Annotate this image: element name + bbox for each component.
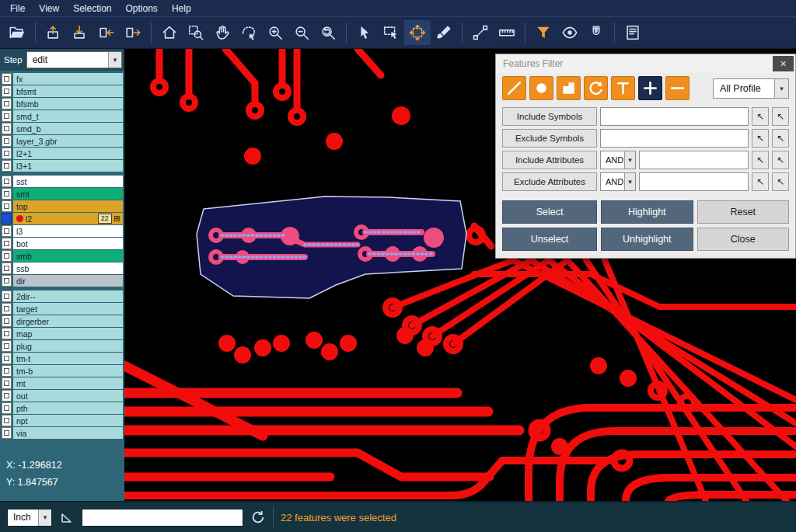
angle-icon[interactable]: [59, 509, 75, 525]
layer-row-map[interactable]: map: [2, 328, 123, 339]
layer-checkbox[interactable]: [2, 110, 12, 122]
layer-checkbox[interactable]: [2, 73, 12, 85]
exclude-symbols-button[interactable]: Exclude Symbols: [502, 129, 597, 148]
layer-row-layer_3.gbr[interactable]: layer_3.gbr: [2, 135, 123, 147]
layer-row-bfsmb[interactable]: bfsmb: [2, 98, 123, 110]
reset-button[interactable]: Reset: [697, 200, 790, 224]
and-or-select[interactable]: AND▾: [600, 172, 636, 191]
zoom-in-icon[interactable]: [262, 20, 288, 45]
layer-row-out[interactable]: out: [2, 390, 123, 402]
layer-checkbox[interactable]: [2, 377, 12, 389]
include-symbols-button[interactable]: Include Symbols: [502, 107, 597, 126]
command-input[interactable]: [82, 509, 243, 527]
import-down-icon[interactable]: [67, 20, 93, 45]
menu-file[interactable]: File: [3, 2, 32, 16]
layer-row-l3+1[interactable]: l3+1: [2, 160, 123, 172]
layer-checkbox[interactable]: [2, 263, 12, 274]
layer-row-l3[interactable]: l3: [2, 225, 123, 237]
layer-row-smd_b[interactable]: smd_b: [2, 123, 123, 134]
layer-checkbox[interactable]: [2, 160, 12, 172]
layer-checkbox[interactable]: [2, 402, 12, 414]
pick-icon[interactable]: ↖: [752, 172, 769, 191]
filter-icon[interactable]: [530, 20, 557, 45]
highlight-button[interactable]: Highlight: [601, 200, 693, 224]
layer-checkbox[interactable]: [2, 340, 12, 352]
snap-icon[interactable]: [583, 20, 609, 45]
exclude-attributes-input[interactable]: [639, 172, 749, 191]
pan-icon[interactable]: [209, 20, 236, 45]
measure-line-icon[interactable]: [467, 20, 494, 45]
menu-help[interactable]: Help: [165, 2, 198, 16]
zoom-area-icon[interactable]: [183, 20, 209, 45]
layer-row-smb[interactable]: smb: [2, 250, 123, 262]
exclude-symbols-input[interactable]: [600, 129, 749, 148]
layer-row-l2+1[interactable]: l2+1: [2, 148, 123, 159]
cursor-icon[interactable]: [351, 20, 378, 45]
layer-row-via[interactable]: via: [2, 427, 123, 439]
layer-row-top[interactable]: top: [2, 200, 123, 212]
text-tool-button[interactable]: [611, 76, 635, 100]
layer-checkbox[interactable]: [2, 213, 12, 224]
layer-row-2dir--[interactable]: 2dir--: [2, 290, 123, 302]
include-attributes-button[interactable]: Include Attributes: [502, 151, 597, 169]
refresh-icon[interactable]: [250, 509, 266, 525]
layer-row-dirgerber[interactable]: dirgerber: [2, 315, 123, 327]
pick-add-icon[interactable]: ↖: [772, 129, 789, 148]
layer-checkbox[interactable]: [2, 200, 12, 212]
layer-checkbox[interactable]: [2, 148, 12, 159]
surface-tool-button[interactable]: [557, 76, 581, 100]
layer-row-bfsmt[interactable]: bfsmt: [2, 85, 123, 97]
unselect-button[interactable]: Unselect: [502, 228, 597, 251]
eye-icon[interactable]: [557, 20, 583, 45]
layer-row-bot[interactable]: bot: [2, 238, 123, 249]
chevron-down-icon[interactable]: ▾: [108, 52, 121, 68]
remove-mode-button[interactable]: [665, 76, 690, 100]
pick-add-icon[interactable]: ↖: [772, 151, 789, 169]
layer-checkbox[interactable]: [2, 250, 12, 262]
layer-checkbox[interactable]: [2, 315, 12, 327]
layer-checkbox[interactable]: [2, 135, 12, 147]
close-icon[interactable]: ✕: [773, 56, 794, 71]
layer-row-tm-t[interactable]: tm-t: [2, 353, 123, 364]
layer-row-target[interactable]: target: [2, 303, 123, 315]
exclude-attributes-button[interactable]: Exclude Attributes: [502, 172, 597, 191]
zoom-out-icon[interactable]: [288, 20, 315, 45]
transform-icon[interactable]: [404, 20, 431, 45]
pad-tool-button[interactable]: [529, 76, 553, 100]
ruler-icon[interactable]: [494, 20, 520, 45]
profile-select[interactable]: All Profile ▾: [713, 78, 789, 99]
add-mode-button[interactable]: [638, 76, 662, 100]
layer-checkbox[interactable]: [2, 290, 12, 302]
layer-checkbox[interactable]: [2, 303, 12, 315]
layer-row-pth[interactable]: pth: [2, 402, 123, 414]
layer-checkbox[interactable]: [2, 238, 12, 249]
unit-select[interactable]: Inch ▾: [7, 509, 52, 527]
step-select[interactable]: edit ▾: [26, 51, 122, 68]
layer-checkbox[interactable]: [2, 328, 12, 339]
layer-row-plug[interactable]: plug: [2, 340, 123, 352]
layer-checkbox[interactable]: [2, 85, 12, 97]
layer-checkbox[interactable]: [2, 275, 12, 287]
paint-icon[interactable]: [431, 20, 457, 45]
home-icon[interactable]: [156, 20, 183, 45]
include-attributes-input[interactable]: [639, 151, 749, 169]
pick-add-icon[interactable]: ↖: [772, 172, 789, 191]
line-tool-button[interactable]: [502, 76, 526, 100]
layer-row-npt[interactable]: npt: [2, 415, 123, 426]
layer-checkbox[interactable]: [2, 123, 12, 134]
unhighlight-button[interactable]: Unhighlight: [601, 228, 693, 251]
layer-checkbox[interactable]: [2, 176, 12, 187]
pick-icon[interactable]: ↖: [752, 107, 769, 126]
layer-row-sst[interactable]: sst: [2, 176, 123, 187]
menu-view[interactable]: View: [32, 2, 66, 16]
layer-checkbox[interactable]: [2, 188, 12, 200]
pick-add-icon[interactable]: ↖: [772, 107, 789, 126]
select-rect-icon[interactable]: [378, 20, 404, 45]
import-left-icon[interactable]: [93, 20, 120, 45]
pick-icon[interactable]: ↖: [752, 129, 769, 148]
layer-row-l2[interactable]: l222⊞: [2, 213, 123, 224]
layer-row-smt[interactable]: smt: [2, 188, 123, 200]
layer-checkbox[interactable]: [2, 225, 12, 237]
log-icon[interactable]: [620, 20, 646, 45]
layer-checkbox[interactable]: [2, 390, 12, 402]
